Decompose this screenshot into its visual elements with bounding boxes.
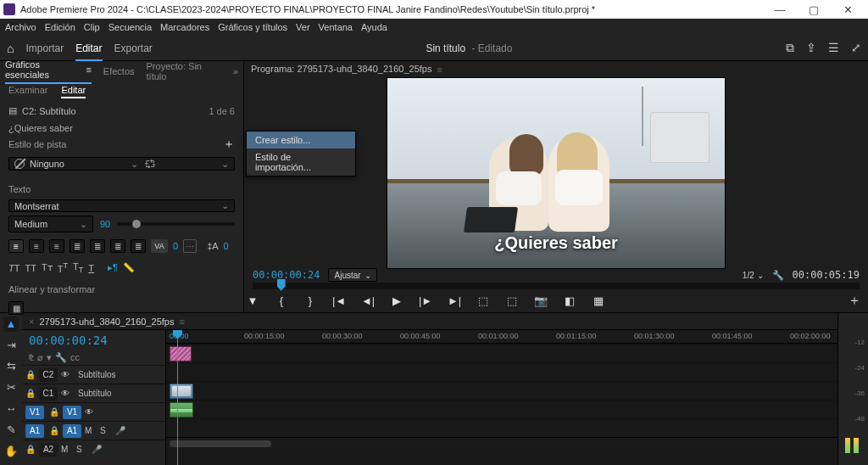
align-left-icon[interactable]: ≡ [8,239,24,253]
step-back-icon[interactable]: ◄| [359,294,376,307]
solo-icon[interactable]: S [100,426,112,435]
eye-icon[interactable]: 👁 [85,407,97,417]
tab-importar[interactable]: Importar [25,42,64,54]
lock-icon[interactable]: 🔒 [49,407,59,417]
hand-tool-icon[interactable]: ✋ [3,444,19,459]
maximize-button[interactable]: ▢ [797,3,831,16]
solo-icon[interactable]: S [76,445,88,454]
mute-icon[interactable]: M [61,445,73,454]
justify-right-icon[interactable]: ≣ [110,239,125,253]
lock-icon[interactable]: 🔒 [49,426,59,435]
timeline-zoom-scrollbar[interactable] [166,437,837,449]
track-header-c2[interactable]: 🔒 C2 👁 Subtítulos [22,365,165,384]
subscript-icon[interactable]: TT [73,261,83,274]
mark-in-icon[interactable]: { [273,294,290,307]
menu-ayuda[interactable]: Ayuda [361,22,387,32]
subtitle-clip[interactable] [170,346,192,361]
timeline-ruler[interactable]: 00:00 00:00:15:00 00:00:30:00 00:00:45:0… [166,330,837,344]
small-caps-icon[interactable]: Tᴛ [42,262,53,273]
slip-tool-icon[interactable]: ↔ [3,401,19,417]
add-marker-icon[interactable]: ▼ [244,294,261,307]
track-header-a2[interactable]: 🔒 A2 M S 🎤 [22,440,165,458]
program-monitor[interactable]: ¿Quieres saber [387,78,725,268]
fullscreen-icon[interactable]: ⤢ [851,41,861,55]
tab-exportar[interactable]: Exportar [114,42,153,54]
play-icon[interactable]: ▶ [388,294,405,307]
menu-ventana[interactable]: Ventana [319,22,353,32]
add-style-icon[interactable]: ＋ [223,137,235,152]
menu-graficos[interactable]: Gráficos y títulos [218,22,287,32]
font-weight-select[interactable]: Medium ⌄ [8,216,93,232]
panel-menu-icon[interactable]: ≡ [437,64,442,75]
program-timecode[interactable]: 00:00:00:24 [253,269,320,281]
menu-clip[interactable]: Clip [84,22,100,32]
zoom-fit-select[interactable]: Ajustar⌄ [328,268,376,282]
subtitle-overlay[interactable]: ¿Quieres saber [494,233,618,253]
goto-out-icon[interactable]: ►| [446,294,463,307]
eye-icon[interactable]: 👁 [61,370,73,379]
comparison-view-icon[interactable]: ◧ [561,294,578,307]
playhead-line[interactable] [177,330,178,465]
lock-icon[interactable]: 🔒 [25,445,36,454]
menu-ver[interactable]: Ver [296,22,310,32]
subtab-editar[interactable]: Editar [61,85,86,98]
font-size-slider[interactable] [117,222,235,226]
lift-icon[interactable]: ⬚ [475,294,492,307]
track-select-tool-icon[interactable]: ⇥ [3,338,19,353]
mute-icon[interactable]: M [85,426,97,435]
lock-icon[interactable]: 🔒 [25,370,36,379]
pen-tool-icon[interactable]: ✎ [3,423,19,438]
justify-full-icon[interactable]: ≣ [131,239,146,253]
all-caps-icon[interactable]: TT [25,263,36,273]
timeline-tracks-area[interactable]: 00:00 00:00:15:00 00:00:30:00 00:00:45:0… [166,330,837,465]
selection-tool-icon[interactable]: ▲ [3,317,19,332]
leading-value[interactable]: 0 [224,241,229,251]
program-tab[interactable]: Programa: 2795173-uhd_3840_2160_25fps [251,64,431,76]
step-fwd-icon[interactable]: |► [417,294,434,307]
eye-icon[interactable]: 👁 [61,389,73,398]
justify-left-icon[interactable]: ≣ [70,239,85,253]
menu-secuencia[interactable]: Secuencia [108,22,152,32]
settings-wrench-icon[interactable]: 🔧 [772,270,784,281]
share-icon[interactable]: ⇪ [806,41,816,55]
ripple-tool-icon[interactable]: ⇆ [3,359,19,374]
track-header-v1[interactable]: V1 🔒 V1 👁 [22,402,165,421]
clip-header-row[interactable]: ▤ C2: Subtítulo 1 de 6 [0,102,243,120]
quick-export-icon[interactable]: ⧉ [786,41,794,55]
snap-icon[interactable]: ⅊ [29,352,34,363]
panel-tab-graficos[interactable]: Gráficos esenciales≡ [5,59,92,84]
menu-item-importar-estilo[interactable]: Estilo de importación... [247,148,355,176]
goto-in-icon[interactable]: |◄ [331,294,348,307]
voice-icon[interactable]: 🎤 [92,445,103,454]
style-push-icon[interactable]: ⮔ [145,158,155,170]
tab-ruler-icon[interactable]: ▸¶ [108,262,118,273]
panel-tab-efectos[interactable]: Efectos [103,66,135,76]
track-style-select[interactable]: Ninguno ⌄ ⮔ ⌄ [8,157,235,171]
menu-archivo[interactable]: Archivo [5,22,36,32]
export-frame-icon[interactable]: 📷 [532,294,549,307]
mark-out-icon[interactable]: } [302,294,319,307]
panel-tab-proyecto[interactable]: Proyecto: Sin título [147,61,221,81]
panel-collapse-icon[interactable]: » [233,66,238,76]
underline-icon[interactable]: T [88,263,94,273]
linked-selection-icon[interactable]: ⌀ [37,352,43,363]
button-editor-icon[interactable]: ＋ [848,292,861,310]
tab-editar[interactable]: Editar [75,42,102,54]
justify-center-icon[interactable]: ≣ [90,239,105,253]
program-scrubber[interactable] [253,283,860,289]
audio-clip[interactable] [170,402,193,417]
timeline-timecode[interactable]: 00:00:00:24 [22,330,165,350]
marker-icon[interactable]: ▾ [47,352,52,363]
track-header-c1[interactable]: 🔒 C1 👁 Subtítulo [22,384,165,402]
voice-icon[interactable]: 🎤 [115,426,127,435]
minimize-button[interactable]: — [763,3,797,16]
track-header-a1[interactable]: A1 🔒 A1 M S 🎤 [22,421,165,440]
resolution-select[interactable]: 1/2 ⌄ [743,271,764,280]
video-clip[interactable] [170,384,193,399]
faux-bold-icon[interactable]: TT [8,263,19,273]
subtab-examinar[interactable]: Examinar [8,85,47,98]
menu-edicion[interactable]: Edición [45,22,75,32]
subtitle-text-row[interactable]: ¿Quieres saber [0,120,243,137]
align-center-icon[interactable]: ≡ [29,239,44,253]
wrench-icon[interactable]: 🔧 [55,352,67,363]
